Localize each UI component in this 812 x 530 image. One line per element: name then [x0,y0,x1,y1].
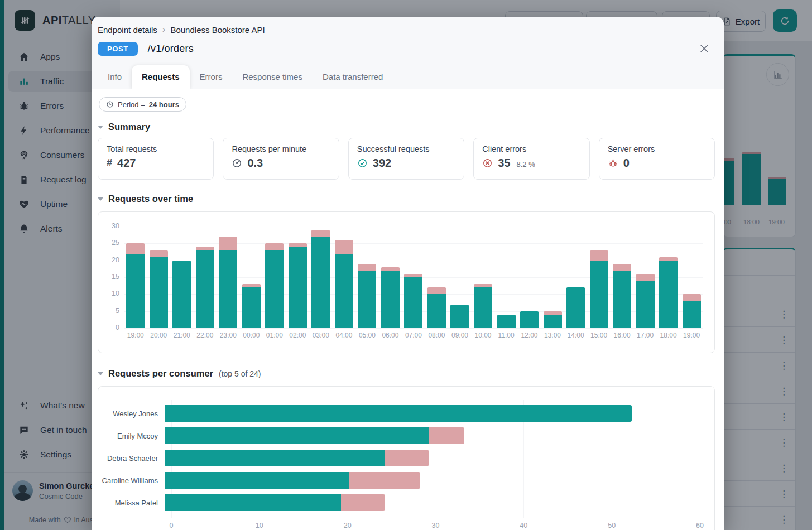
bar-21:00[interactable] [170,227,194,328]
tab-response-times[interactable]: Response times [232,65,313,89]
bar-06:00[interactable] [379,227,402,328]
endpoint-path: /v1/orders [148,43,194,55]
bar-03:00[interactable] [309,227,333,328]
requests-over-time-header[interactable]: Requests over time [98,194,715,204]
consumer-row[interactable]: Emily Mccoy [98,425,703,447]
x-axis-labels: 19:0020:0021:0022:0023:0000:0001:0002:00… [124,331,703,339]
consumer-name: Debra Schaefer [98,454,165,462]
requests-over-time-chart: 05101520253019:0020:0021:0022:0023:0000:… [98,211,715,353]
bar-16:00[interactable] [611,227,634,328]
modal-header: Endpoint details › Boundless Bookstore A… [92,17,724,89]
clock-icon [106,100,114,108]
card-successful-requests: Successful requests 392 [348,138,464,180]
requests-per-consumer-chart: Wesley JonesEmily MccoyDebra SchaeferCar… [98,386,715,530]
tab-requests[interactable]: Requests [132,65,190,89]
y-axis-tick: 5 [99,307,119,315]
y-axis-tick: 0 [99,324,119,331]
bar-19:00[interactable] [680,227,703,328]
consumer-rows: Wesley JonesEmily MccoyDebra SchaeferCar… [98,402,703,514]
bar-19:00[interactable] [124,227,147,328]
bar-08:00[interactable] [425,227,449,328]
y-axis-tick: 20 [99,256,119,264]
bar-02:00[interactable] [286,227,310,328]
consumer-row[interactable]: Melissa Patel [98,492,703,514]
requests-per-consumer-header[interactable]: Requests per consumer (top 5 of 24) [98,368,715,379]
bar-10:00[interactable] [472,227,495,328]
modal-body: Period = 24 hours Summary Total requests… [92,89,724,530]
consumer-name: Caroline Williams [98,476,165,485]
bar-09:00[interactable] [448,227,472,328]
y-axis-tick: 25 [99,239,119,247]
client-error-rate: 8.2 % [516,160,535,168]
consumer-name: Wesley Jones [98,409,165,418]
y-axis-tick: 15 [99,273,119,281]
endpoint-title: POST /v1/orders [98,42,715,56]
bar-04:00[interactable] [333,227,356,328]
check-circle-icon [357,158,368,168]
bars [124,227,703,328]
bug-icon [608,158,618,168]
x-circle-icon [482,158,493,168]
bar-07:00[interactable] [402,227,425,328]
modal-tabs: Info Requests Errors Response times Data… [98,65,715,89]
bar-12:00[interactable] [518,227,541,328]
bar-13:00[interactable] [541,227,564,328]
bar-00:00[interactable] [240,227,263,328]
breadcrumb-api-name[interactable]: Boundless Bookstore API [170,25,265,35]
bar-11:00[interactable] [494,227,518,328]
breadcrumb-endpoint-details[interactable]: Endpoint details [98,25,157,35]
bar-05:00[interactable] [355,227,379,328]
collapse-triangle-icon [98,372,103,375]
breadcrumb: Endpoint details › Boundless Bookstore A… [98,25,715,35]
close-button[interactable] [697,41,712,56]
bar-22:00[interactable] [194,227,217,328]
bar-17:00[interactable] [633,227,657,328]
bar-23:00[interactable] [217,227,240,328]
chevron-right-icon: › [162,25,166,35]
method-badge: POST [98,42,138,56]
tab-data-transferred[interactable]: Data transferred [313,65,393,89]
bar-01:00[interactable] [263,227,286,328]
collapse-triangle-icon [98,126,103,129]
consumer-name: Emily Mccoy [98,432,165,440]
consumer-row[interactable]: Caroline Williams [98,469,703,492]
card-requests-per-minute: Requests per minute 0.3 [223,138,339,180]
tab-errors[interactable]: Errors [190,65,233,89]
consumer-row[interactable]: Debra Schaefer [98,447,703,469]
hash-icon: # [107,157,112,169]
y-axis-tick: 10 [99,290,119,297]
card-total-requests: Total requests # 427 [98,138,214,180]
y-axis-tick: 30 [99,222,119,230]
gauge-icon [232,158,242,168]
collapse-triangle-icon [98,197,103,201]
period-filter-chip[interactable]: Period = 24 hours [99,97,186,112]
summary-section-header[interactable]: Summary [98,122,715,132]
tab-info[interactable]: Info [98,65,132,89]
consumer-name: Melissa Patel [98,499,165,507]
card-server-errors: Server errors 0 [599,138,715,180]
bar-15:00[interactable] [587,227,611,328]
close-icon [699,43,710,54]
endpoint-details-modal: Endpoint details › Boundless Bookstore A… [92,17,724,530]
bar-20:00[interactable] [147,227,171,328]
card-client-errors: Client errors 35 8.2 % [473,138,589,180]
bar-18:00[interactable] [657,227,680,328]
consumer-row[interactable]: Wesley Jones [98,402,703,425]
bar-14:00[interactable] [564,227,588,328]
summary-cards: Total requests # 427 Requests per minute… [98,138,715,180]
